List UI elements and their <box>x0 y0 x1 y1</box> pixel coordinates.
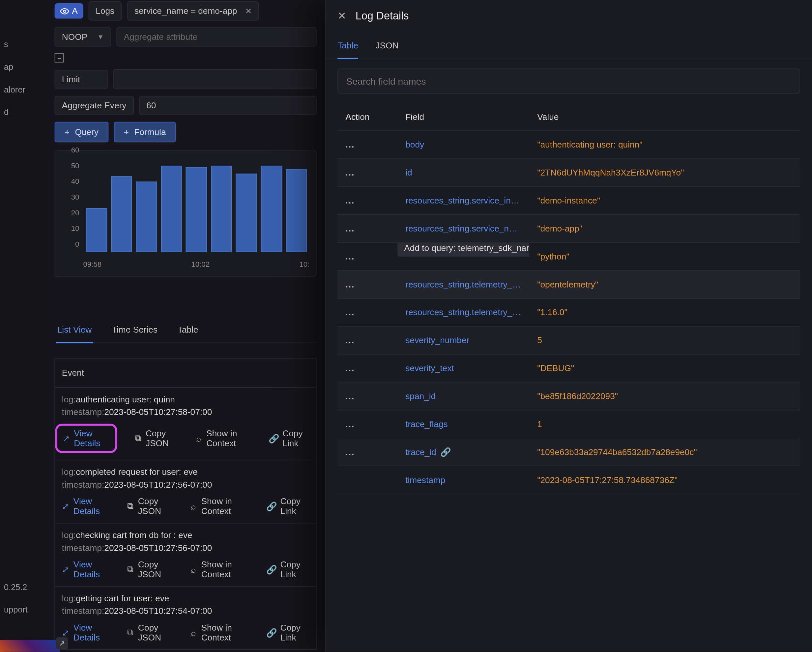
copy-json-button[interactable]: ⧉Copy JSON <box>134 424 180 453</box>
log-label: log: <box>62 467 76 477</box>
copy-icon: ⧉ <box>127 628 134 637</box>
event-item[interactable]: log:checking cart from db for : evetimes… <box>55 523 316 586</box>
table-row[interactable]: ...Add to query: telemetry_sdk_name"pyth… <box>337 243 800 271</box>
row-action-menu[interactable]: ... <box>337 159 397 186</box>
field-name[interactable]: resources_string.service_instance_i <box>397 187 529 214</box>
copy-link-button[interactable]: 🔗Copy Link <box>267 559 310 580</box>
aggregate-op-select[interactable]: NOOP ▼ <box>55 27 111 47</box>
row-action-menu[interactable]: ... <box>337 131 397 158</box>
event-item[interactable]: log:authenticating user: quinntimestamp:… <box>55 387 316 460</box>
support-link[interactable]: upport <box>4 605 43 614</box>
field-name[interactable]: resources_string.service_name <box>397 215 529 242</box>
ts-label: timestamp: <box>62 407 104 417</box>
row-action-menu[interactable]: ... <box>337 382 397 410</box>
bar <box>111 177 132 252</box>
copy-json-button[interactable]: ⧉Copy JSON <box>127 623 175 643</box>
add-query-button[interactable]: + Query <box>55 122 109 143</box>
row-action-menu[interactable]: ... <box>337 410 397 438</box>
more-icon: ... <box>345 196 355 206</box>
add-formula-button[interactable]: + Formula <box>114 122 176 143</box>
table-row[interactable]: ...body"authenticating user: quinn" <box>337 131 800 159</box>
row-action-menu[interactable] <box>337 466 397 494</box>
show-in-context-button[interactable]: ⌕Show in Context <box>189 496 252 516</box>
row-action-menu[interactable]: ... <box>337 299 397 326</box>
x-tick: 09:58 <box>83 260 102 268</box>
view-details-button[interactable]: ⤢View Details <box>63 428 110 448</box>
table-row[interactable]: ...span_id"be85f186d2022093" <box>337 382 800 411</box>
field-name[interactable]: span_id <box>397 382 529 410</box>
tab-table[interactable]: Table <box>337 41 358 59</box>
chevron-down-icon: ▼ <box>97 33 104 41</box>
show-in-context-button[interactable]: ⌕Show in Context <box>189 559 252 580</box>
source-select[interactable]: Logs <box>88 1 122 21</box>
table-row[interactable]: ...resources_string.service_instance_i"d… <box>337 187 800 215</box>
bar <box>136 181 157 252</box>
version-label: 0.25.2 <box>4 583 43 592</box>
field-name[interactable]: severity_number <box>397 327 529 354</box>
external-link-icon[interactable]: ↗ <box>56 637 68 649</box>
aggregate-every-input[interactable]: 60 <box>139 96 317 115</box>
row-action-menu[interactable]: ... <box>337 438 397 466</box>
close-icon[interactable]: ✕ <box>245 6 252 15</box>
filter-chip[interactable]: service_name = demo-app ✕ <box>127 1 259 21</box>
view-details-button[interactable]: ⤢View Details <box>62 559 112 580</box>
show-in-context-button[interactable]: ⌕Show in Context <box>195 424 255 453</box>
query-badge[interactable]: A <box>55 3 83 18</box>
field-name[interactable]: body <box>397 131 529 158</box>
copy-link-button[interactable]: 🔗Copy Link <box>267 623 310 643</box>
aggregate-attribute-input[interactable]: Aggregate attribute <box>117 27 317 47</box>
nav-item[interactable]: alorer <box>0 78 46 101</box>
tab-json[interactable]: JSON <box>375 41 398 59</box>
table-row[interactable]: ...severity_number5 <box>337 327 800 355</box>
tab-table[interactable]: Table <box>176 317 200 343</box>
y-tick: 40 <box>62 177 79 185</box>
row-action-menu[interactable]: ... <box>337 187 397 214</box>
field-name[interactable]: Add to query: telemetry_sdk_name <box>397 243 529 270</box>
table-row[interactable]: timestamp"2023-08-05T17:27:58.734868736Z… <box>337 466 800 494</box>
copy-json-button[interactable]: ⧉Copy JSON <box>127 496 175 516</box>
table-row[interactable]: ...resources_string.telemetry_sdk_ver"1.… <box>337 299 800 327</box>
field-name[interactable]: trace_id🔗 <box>397 438 529 466</box>
table-row[interactable]: ...trace_flags1 <box>337 410 800 438</box>
tab-time-series[interactable]: Time Series <box>110 317 159 343</box>
table-row[interactable]: ...resources_string.telemetry_sdk_nam"op… <box>337 271 800 299</box>
more-icon: ... <box>345 391 355 401</box>
bar <box>186 167 207 252</box>
field-value: "DEBUG" <box>529 355 800 382</box>
field-name[interactable]: id <box>397 159 529 186</box>
field-name[interactable]: trace_flags <box>397 410 529 438</box>
tab-list-view[interactable]: List View <box>56 317 93 343</box>
row-action-menu[interactable]: ... <box>337 327 397 354</box>
limit-input[interactable] <box>113 69 317 89</box>
table-row[interactable]: ...id"2TN6dUYhMqqNah3XzEr8JV6mqYo" <box>337 159 800 187</box>
search-input[interactable]: Search field names <box>337 69 800 94</box>
row-action-menu[interactable]: ... <box>337 215 397 242</box>
table-row[interactable]: ...severity_text"DEBUG" <box>337 355 800 382</box>
copy-link-button[interactable]: 🔗Copy Link <box>269 424 310 453</box>
bar <box>86 208 107 252</box>
plus-icon: + <box>65 127 70 137</box>
field-name[interactable]: resources_string.telemetry_sdk_nam <box>397 271 529 298</box>
bar <box>261 166 282 252</box>
row-action-menu[interactable]: ... <box>337 355 397 382</box>
view-details-button[interactable]: ⤢View Details <box>62 623 112 643</box>
table-row[interactable]: ...trace_id🔗"109e63b33a29744ba6532db7a28… <box>337 438 800 466</box>
show-in-context-button[interactable]: ⌕Show in Context <box>189 623 252 643</box>
event-item[interactable]: log:completed request for user: evetimes… <box>55 460 316 523</box>
link-icon[interactable]: 🔗 <box>440 447 451 457</box>
field-name[interactable]: severity_text <box>397 355 529 382</box>
field-name[interactable]: timestamp <box>397 466 529 494</box>
event-item[interactable]: log:getting cart for user: evetimestamp:… <box>55 586 316 649</box>
close-icon[interactable]: ✕ <box>337 9 346 22</box>
field-name[interactable]: resources_string.telemetry_sdk_ver <box>397 299 529 326</box>
table-row[interactable]: ...resources_string.service_name"demo-ap… <box>337 215 800 243</box>
copy-json-button[interactable]: ⧉Copy JSON <box>127 559 175 580</box>
nav-item[interactable]: ap <box>0 56 46 79</box>
copy-link-button[interactable]: 🔗Copy Link <box>267 496 310 516</box>
nav-item[interactable]: s <box>0 33 46 56</box>
row-action-menu[interactable]: ... <box>337 243 397 270</box>
nav-item[interactable]: d <box>0 101 46 124</box>
collapse-icon[interactable]: − <box>55 53 64 62</box>
row-action-menu[interactable]: ... <box>337 271 397 298</box>
view-details-button[interactable]: ⤢View Details <box>62 496 112 516</box>
